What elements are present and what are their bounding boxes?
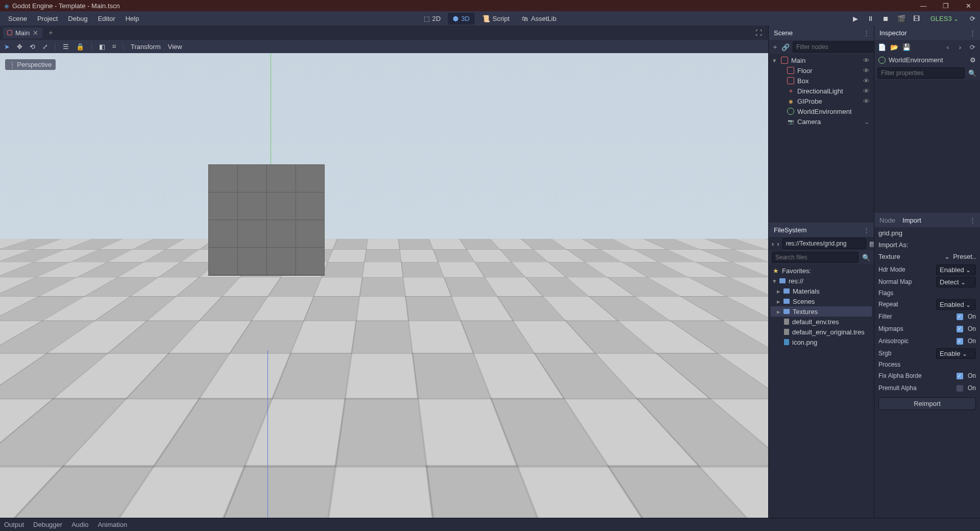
- insp-history-back[interactable]: ‹: [943, 43, 952, 51]
- import-tab[interactable]: Import: [901, 214, 922, 226]
- visibility-icon[interactable]: 👁: [863, 57, 870, 64]
- filesystem-tab[interactable]: FileSystem: [773, 224, 807, 236]
- fs-file-default-env-orig[interactable]: default_env_original.tres: [771, 327, 872, 337]
- insp-open-icon[interactable]: 📄: [877, 43, 887, 51]
- import-as-dropdown[interactable]: Texture⌄: [878, 253, 950, 260]
- fs-folder-textures[interactable]: ▸Textures: [771, 306, 872, 317]
- minimize-button[interactable]: —: [916, 2, 931, 10]
- filter-properties-input[interactable]: [877, 67, 965, 79]
- fix-alpha-checkbox[interactable]: ✓: [957, 373, 963, 379]
- node-main[interactable]: ▾Main👁: [771, 55, 872, 65]
- workspace-script[interactable]: 📜Script: [477, 13, 514, 25]
- add-node-button[interactable]: ＋: [772, 42, 778, 52]
- bottom-tab-debugger[interactable]: Debugger: [33, 521, 62, 528]
- bottom-tab-output[interactable]: Output: [4, 521, 24, 528]
- viewport-3d[interactable]: ⋮ Perspective: [0, 53, 768, 518]
- fs-path-input[interactable]: [782, 238, 866, 249]
- play-button[interactable]: ▶: [851, 14, 860, 23]
- fs-folder-scenes[interactable]: ▸Scenes: [771, 296, 872, 306]
- fs-root[interactable]: ▾res://: [771, 276, 872, 286]
- menu-help[interactable]: Help: [120, 13, 144, 25]
- menu-scene[interactable]: Scene: [3, 13, 32, 25]
- rotate-tool[interactable]: ⟲: [30, 43, 35, 51]
- mipmaps-checkbox[interactable]: ✓: [957, 326, 963, 332]
- filter-checkbox[interactable]: ✓: [957, 313, 963, 320]
- node-floor[interactable]: Floor👁: [771, 65, 872, 76]
- inspector-panel-menu-icon[interactable]: ⋮: [969, 29, 976, 37]
- import-as-label: Import As:: [878, 241, 909, 249]
- fs-favorites[interactable]: ★Favorites:: [771, 266, 872, 276]
- filter-nodes-input[interactable]: [793, 41, 876, 53]
- node-box[interactable]: Box👁: [771, 76, 872, 86]
- reimport-button[interactable]: Reimport: [878, 397, 976, 410]
- workspace-2d[interactable]: ⬚2D: [419, 13, 446, 25]
- list-select-tool[interactable]: ☰: [63, 43, 69, 51]
- workspace-3d[interactable]: ⬢3D: [448, 13, 475, 25]
- bottom-tab-animation[interactable]: Animation: [97, 521, 127, 528]
- stop-button[interactable]: ⏹: [881, 14, 891, 23]
- close-tab-icon[interactable]: ✕: [33, 29, 38, 37]
- distraction-free-icon[interactable]: ⛶: [752, 29, 765, 37]
- menu-bar: Scene Project Debug Editor Help ⬚2D ⬢3D …: [0, 11, 980, 26]
- repeat-dropdown[interactable]: Enabled ⌄: [936, 299, 976, 310]
- fs-file-default-env[interactable]: default_env.tres: [771, 317, 872, 327]
- refresh-icon[interactable]: ⟳: [968, 14, 977, 23]
- insp-save-icon[interactable]: 💾: [902, 43, 911, 51]
- inspector-tab[interactable]: Inspector: [878, 27, 908, 39]
- fs-back-button[interactable]: ‹: [772, 240, 774, 248]
- menu-project[interactable]: Project: [32, 13, 63, 25]
- play-custom-button[interactable]: 🎞: [912, 14, 921, 23]
- fs-forward-button[interactable]: ›: [777, 240, 779, 248]
- hdr-mode-dropdown[interactable]: Enabled ⌄: [936, 264, 976, 275]
- bottom-tab-audio[interactable]: Audio: [71, 521, 88, 528]
- visibility-icon[interactable]: 👁: [863, 67, 870, 75]
- link-node-button[interactable]: 🔗: [781, 43, 790, 51]
- scene-tab-main[interactable]: Main ✕: [3, 28, 42, 38]
- move-tool[interactable]: ✥: [17, 43, 22, 51]
- maximize-button[interactable]: ❐: [938, 2, 953, 10]
- insp-history-fwd[interactable]: ›: [955, 43, 965, 51]
- insp-history-icon[interactable]: ⟳: [968, 43, 977, 51]
- search-icon[interactable]: 🔍: [968, 69, 977, 77]
- visibility-icon[interactable]: 👁: [863, 87, 870, 95]
- node-giprobe[interactable]: ◉GIProbe👁: [771, 96, 872, 106]
- filesystem-panel-menu-icon[interactable]: ⋮: [863, 226, 870, 234]
- node-tab[interactable]: Node: [878, 214, 896, 226]
- preset-button[interactable]: Preset..: [953, 253, 976, 260]
- fs-file-icon-png[interactable]: icon.png: [771, 337, 872, 347]
- node-camera[interactable]: 📷Camera⌄: [771, 116, 872, 127]
- premult-checkbox[interactable]: [957, 385, 963, 392]
- view-menu[interactable]: View: [168, 43, 182, 51]
- insp-tool-icon[interactable]: ⚙: [970, 56, 976, 64]
- visibility-icon[interactable]: 👁: [863, 77, 870, 85]
- fs-folder-materials[interactable]: ▸Materials: [771, 286, 872, 296]
- search-icon[interactable]: 🔍: [862, 254, 871, 261]
- srgb-dropdown[interactable]: Enable ⌄: [936, 348, 976, 359]
- lock-tool[interactable]: 🔒: [76, 43, 84, 51]
- node-world-environment[interactable]: WorldEnvironment: [771, 106, 872, 116]
- visibility-icon[interactable]: 👁: [863, 98, 870, 105]
- visibility-icon[interactable]: ⌄: [864, 118, 870, 126]
- renderer-selector[interactable]: GLES3 ⌄: [927, 15, 962, 22]
- insp-load-icon[interactable]: 📂: [890, 43, 899, 51]
- select-tool[interactable]: ➤: [4, 43, 10, 51]
- perspective-label[interactable]: ⋮ Perspective: [5, 59, 56, 70]
- add-tab-button[interactable]: ＋: [44, 28, 57, 37]
- workspace-assetlib[interactable]: 🛍AssetLib: [517, 13, 561, 25]
- scene-tab[interactable]: Scene: [773, 27, 794, 39]
- scale-tool[interactable]: ⤢: [42, 43, 48, 51]
- play-scene-button[interactable]: 🎬: [897, 14, 906, 23]
- node-directional-light[interactable]: ☀DirectionalLight👁: [771, 86, 872, 96]
- menu-editor[interactable]: Editor: [93, 13, 120, 25]
- close-button[interactable]: ✕: [961, 2, 976, 10]
- menu-debug[interactable]: Debug: [63, 13, 92, 25]
- transform-menu[interactable]: Transform: [131, 43, 161, 51]
- normal-map-dropdown[interactable]: Detect ⌄: [936, 277, 976, 287]
- scene-panel-menu-icon[interactable]: ⋮: [863, 29, 870, 37]
- snap-tool[interactable]: ⌗: [112, 42, 116, 51]
- pause-button[interactable]: ⏸: [866, 14, 875, 23]
- import-panel-menu-icon[interactable]: ⋮: [969, 216, 976, 224]
- local-space-tool[interactable]: ◧: [99, 43, 105, 51]
- anisotropic-checkbox[interactable]: ✓: [957, 338, 963, 345]
- fs-search-input[interactable]: [772, 252, 859, 263]
